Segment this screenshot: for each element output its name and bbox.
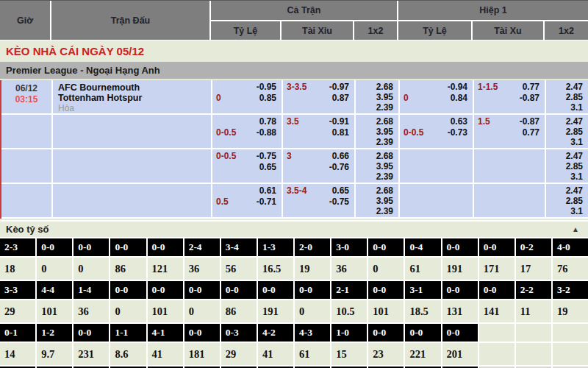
full-time-1x2-cell[interactable]: 2.683.952.39 — [356, 115, 398, 148]
score-cell[interactable]: 0-086 — [221, 281, 257, 324]
score-label[interactable]: 4-0 — [553, 238, 588, 256]
first-half-handicap-cell[interactable] — [400, 149, 473, 183]
score-label[interactable]: 0-0 — [74, 324, 109, 342]
first-half-over-under-cell[interactable]: 1.5-0.870.77 — [474, 115, 545, 148]
score-cell[interactable]: 0-0231 — [74, 324, 109, 367]
score-label[interactable]: 0-0 — [368, 238, 404, 256]
score-label[interactable]: 2-0 — [295, 238, 330, 256]
score-label[interactable]: 2-1 — [331, 281, 367, 299]
score-cell[interactable]: 0-00 — [295, 281, 330, 324]
score-cell[interactable]: 2-211 — [516, 281, 551, 324]
score-label[interactable]: 0-0 — [442, 281, 478, 299]
correct-score-section-header[interactable]: Kèo tỷ số ▲ — [0, 220, 588, 236]
first-half-1x2-cell[interactable]: 2.472.853.1 — [546, 115, 588, 148]
collapse-arrow-icon[interactable]: ▲ — [572, 225, 579, 233]
score-cell[interactable]: 1-29.7 — [37, 324, 72, 367]
score-cell[interactable]: 0-461 — [405, 238, 440, 281]
score-cell[interactable]: 3-456 — [221, 238, 257, 281]
score-cell[interactable]: 0-0101 — [148, 281, 183, 324]
score-label[interactable]: 3-3 — [0, 281, 35, 299]
score-cell[interactable]: 0-00 — [368, 238, 404, 281]
score-cell[interactable]: 3-219 — [553, 281, 588, 324]
score-cell[interactable]: 0-0131 — [442, 281, 478, 324]
score-label[interactable]: 0-0 — [110, 238, 146, 256]
full-time-over-under-cell[interactable]: 3-3.5-0.970.87 — [283, 80, 354, 113]
score-cell[interactable]: 1-316.5 — [258, 238, 293, 281]
score-cell[interactable]: 0-00 — [184, 281, 220, 324]
score-cell[interactable]: 0-00 — [74, 238, 109, 281]
score-label[interactable]: 0-4 — [405, 238, 440, 256]
score-cell[interactable]: 3-118.5 — [405, 281, 440, 324]
score-label[interactable]: 0-0 — [258, 281, 293, 299]
full-time-over-under-cell[interactable]: 30.66-0.76 — [283, 149, 354, 183]
score-cell[interactable]: 4-4101 — [37, 281, 72, 324]
score-cell[interactable]: 0-0141 — [479, 281, 514, 324]
first-half-handicap-cell[interactable] — [400, 184, 473, 217]
score-cell[interactable]: 3-036 — [331, 238, 367, 281]
score-label[interactable]: 4-2 — [258, 324, 293, 342]
score-cell[interactable]: 4-076 — [553, 238, 588, 281]
score-label[interactable]: 1-0 — [331, 324, 367, 342]
score-label[interactable]: 0-0 — [110, 281, 146, 299]
score-label[interactable]: 0-0 — [479, 238, 514, 256]
score-cell[interactable]: 2-110.5 — [331, 281, 367, 324]
full-time-handicap-cell[interactable]: 0.780-0.5-0.88 — [212, 115, 282, 148]
score-label[interactable]: 2-2 — [516, 281, 551, 299]
score-cell[interactable]: 3-329 — [0, 281, 35, 324]
score-cell[interactable]: 0-0171 — [479, 238, 514, 281]
score-label[interactable]: 2-4 — [184, 238, 220, 256]
score-cell[interactable]: 0-0221 — [405, 324, 440, 367]
first-half-over-under-cell[interactable] — [474, 184, 545, 217]
score-cell[interactable]: 0-0181 — [184, 324, 220, 367]
score-label[interactable]: 0-0 — [148, 281, 183, 299]
score-label[interactable]: 3-4 — [221, 238, 257, 256]
score-cell[interactable]: 4-241 — [258, 324, 293, 367]
score-label[interactable]: 0-0 — [148, 238, 183, 256]
score-cell[interactable]: 0-00 — [110, 281, 146, 324]
score-label[interactable]: 0-0 — [442, 324, 478, 342]
score-label[interactable]: 1-2 — [37, 324, 72, 342]
score-label[interactable]: 0-0 — [184, 281, 220, 299]
score-cell[interactable]: 0-0101 — [368, 281, 404, 324]
full-time-1x2-cell[interactable]: 2.683.952.39 — [356, 149, 398, 183]
score-label[interactable]: 4-1 — [148, 324, 183, 342]
score-cell[interactable]: 0-329 — [221, 324, 257, 367]
score-label[interactable]: 1-4 — [74, 281, 109, 299]
score-label[interactable]: 0-2 — [516, 238, 551, 256]
score-label[interactable]: 3-2 — [553, 281, 588, 299]
score-label[interactable]: 0-0 — [368, 281, 404, 299]
first-half-1x2-cell[interactable]: 2.472.853.1 — [546, 184, 588, 217]
score-label[interactable]: 3-1 — [405, 281, 440, 299]
score-cell[interactable]: 1-18.6 — [110, 324, 146, 367]
score-label[interactable]: 0-0 — [368, 324, 404, 342]
first-half-1x2-cell[interactable]: 2.472.853.1 — [546, 149, 588, 183]
first-half-handicap-cell[interactable]: -0.9400.84 — [400, 80, 473, 113]
score-cell[interactable]: 0-00 — [37, 238, 72, 281]
score-cell[interactable]: 2-436 — [184, 238, 220, 281]
first-half-over-under-cell[interactable] — [474, 149, 545, 183]
first-half-over-under-cell[interactable]: 1-1.50.77-0.87 — [474, 80, 545, 113]
score-label[interactable]: 4-4 — [37, 281, 72, 299]
score-label[interactable]: 0-1 — [0, 324, 35, 342]
full-time-over-under-cell[interactable]: 3.5-40.65-0.75 — [283, 184, 354, 217]
full-time-handicap-cell[interactable]: 0.610.5-0.71 — [212, 184, 282, 217]
score-cell[interactable]: 1-015 — [331, 324, 367, 367]
score-label[interactable]: 0-0 — [405, 324, 440, 342]
full-time-handicap-cell[interactable]: 0-0.5-0.750.65 — [212, 149, 282, 183]
score-cell[interactable]: 2-019 — [295, 238, 330, 281]
score-cell[interactable]: 0-023 — [368, 324, 404, 367]
full-time-over-under-cell[interactable]: 3.5-0.910.81 — [283, 115, 354, 148]
score-label[interactable]: 0-0 — [37, 238, 72, 256]
score-cell[interactable]: 4-141 — [148, 324, 183, 367]
score-label[interactable]: 3-0 — [331, 238, 367, 256]
score-label[interactable]: 2-3 — [0, 238, 35, 256]
score-label[interactable]: 0-0 — [442, 238, 478, 256]
score-cell[interactable]: 0-0191 — [258, 281, 293, 324]
score-label[interactable]: 0-0 — [74, 238, 109, 256]
score-cell[interactable]: 0-0121 — [148, 238, 183, 281]
score-label[interactable]: 0-0 — [295, 281, 330, 299]
score-label[interactable]: 0-0 — [221, 281, 257, 299]
full-time-1x2-cell[interactable]: 2.683.952.39 — [356, 184, 398, 217]
score-label[interactable]: 4-3 — [295, 324, 330, 342]
first-half-handicap-cell[interactable]: 0.630-0.5-0.73 — [400, 115, 473, 148]
